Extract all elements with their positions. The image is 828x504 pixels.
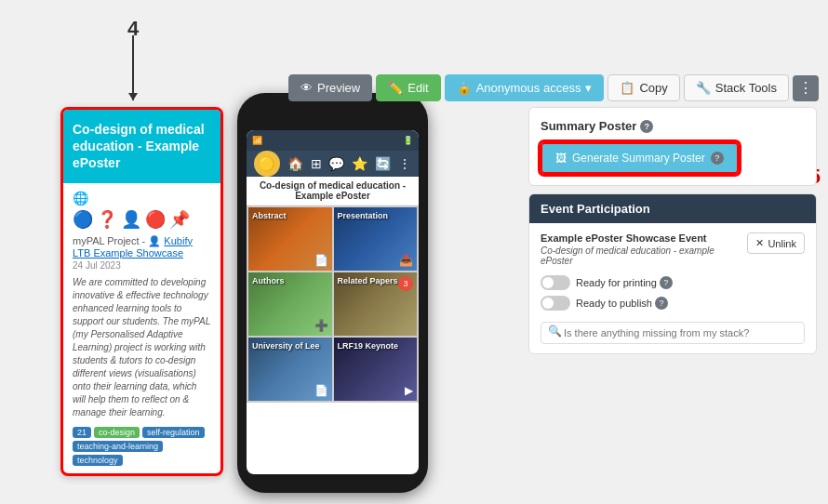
phone-tile-related[interactable]: Related Papers 3 bbox=[334, 272, 418, 336]
preview-button[interactable]: 👁 Preview bbox=[288, 74, 372, 101]
card-icons: 🔵 ❓ 👤 🔴 📌 bbox=[73, 209, 211, 230]
star-icon: ⭐ bbox=[352, 156, 367, 171]
card-description: We are committed to developing innovativ… bbox=[73, 276, 211, 419]
summary-poster-box: Summary Poster ? 🖼 Generate Summary Post… bbox=[528, 107, 817, 186]
event-box-title: Event Participation bbox=[529, 194, 816, 223]
person-icon: 👤 bbox=[148, 235, 161, 246]
globe-icon: 🌐 bbox=[73, 191, 211, 206]
eye-icon: 👁 bbox=[300, 81, 313, 95]
lrf-play-icon: ▶ bbox=[405, 384, 413, 397]
phone-tile-authors[interactable]: Authors ➕ bbox=[248, 272, 332, 336]
unlink-icon: ✕ bbox=[755, 237, 764, 249]
unlink-button[interactable]: ✕ Unlink bbox=[747, 232, 805, 254]
arrow-4 bbox=[132, 35, 134, 100]
card-date: 24 Jul 2023 bbox=[73, 260, 211, 271]
edit-button[interactable]: ✏️ Edit bbox=[376, 74, 440, 101]
edit-icon: ✏️ bbox=[388, 81, 403, 95]
phone-screen: 📶 🔋 🟡 🏠 ⊞ 💬 ⭐ 🔄 ⋮ Co-design of medical e… bbox=[247, 130, 419, 474]
card-title: Co-design of medical education - Example… bbox=[73, 122, 205, 170]
event-participation-box: Event Participation Example ePoster Show… bbox=[528, 193, 817, 354]
phone-eposter-title: Co-design of medical education - Example… bbox=[247, 177, 419, 206]
ready-publish-row: Ready to publish ? bbox=[541, 296, 805, 311]
phone-tile-presentation[interactable]: Presentation 📥 bbox=[334, 207, 418, 271]
image-icon: 🖼 bbox=[555, 152, 567, 165]
ready-printing-label: Ready for printing ? bbox=[576, 276, 673, 289]
lock-icon: 🔒 bbox=[457, 81, 472, 95]
right-panel: Summary Poster ? 🖼 Generate Summary Post… bbox=[528, 107, 817, 354]
card-header: Co-design of medical education - Example… bbox=[63, 110, 220, 183]
wrench-icon: 🔧 bbox=[696, 81, 711, 95]
generate-help-icon[interactable]: ? bbox=[711, 152, 724, 165]
event-name: Example ePoster Showcase Event bbox=[541, 232, 747, 244]
refresh-icon: 🔄 bbox=[375, 156, 391, 171]
generate-summary-button[interactable]: 🖼 Generate Summary Poster ? bbox=[541, 142, 739, 174]
more-options-button[interactable]: ⋮ bbox=[793, 75, 819, 101]
phone-mockup: 📶 🔋 🟡 🏠 ⊞ 💬 ⭐ 🔄 ⋮ Co-design of medical e… bbox=[237, 93, 428, 493]
chat-icon: 💬 bbox=[328, 156, 344, 171]
tag-21[interactable]: 21 bbox=[73, 427, 91, 438]
publish-help-icon[interactable]: ? bbox=[655, 297, 668, 310]
toolbar: 👁 Preview ✏️ Edit 🔒 Anonymous access ▾ 📋… bbox=[288, 74, 819, 101]
event-info: Example ePoster Showcase Event Co-design… bbox=[541, 232, 747, 266]
copy-button[interactable]: 📋 Copy bbox=[608, 74, 679, 101]
printing-help-icon[interactable]: ? bbox=[660, 276, 673, 289]
ready-publish-label: Ready to publish ? bbox=[576, 297, 668, 310]
ready-publish-toggle[interactable] bbox=[541, 296, 570, 311]
phone-status-bar: 📶 🔋 bbox=[247, 130, 419, 151]
abstract-file-icon: 📄 bbox=[314, 254, 328, 267]
tag-selfregulation[interactable]: self-regulation bbox=[142, 427, 205, 438]
event-box-body: Example ePoster Showcase Event Co-design… bbox=[529, 223, 816, 353]
phone-tile-abstract[interactable]: Abstract 📄 bbox=[248, 207, 332, 271]
presentation-download-icon: 📥 bbox=[399, 254, 413, 267]
event-row: Example ePoster Showcase Event Co-design… bbox=[541, 232, 805, 266]
phone-tile-university[interactable]: University of Lee 📄 bbox=[248, 338, 332, 401]
grid-icon: ⊞ bbox=[311, 156, 322, 171]
summary-poster-title: Summary Poster ? bbox=[541, 119, 805, 133]
event-subtitle: Co-design of medical education - example… bbox=[541, 245, 747, 266]
missing-search-input[interactable] bbox=[541, 322, 805, 344]
summary-help-icon[interactable]: ? bbox=[640, 120, 653, 133]
stack-tools-button[interactable]: 🔧 Stack Tools bbox=[684, 74, 789, 101]
tag-teaching[interactable]: teaching-and-learning bbox=[73, 441, 163, 452]
search-icon: 🔍 bbox=[548, 325, 562, 338]
card-tags: 21 co-design self-regulation teaching-an… bbox=[73, 427, 211, 466]
dropdown-icon: ▾ bbox=[585, 81, 592, 95]
ready-printing-toggle[interactable] bbox=[541, 275, 570, 290]
phone-nav-bar: 🟡 🏠 ⊞ 💬 ⭐ 🔄 ⋮ bbox=[247, 151, 419, 177]
phone-tile-grid: Abstract 📄 Presentation 📥 Authors ➕ Rela… bbox=[247, 206, 419, 403]
home-icon: 🏠 bbox=[287, 156, 303, 171]
copy-icon: 📋 bbox=[620, 81, 634, 95]
ready-printing-row: Ready for printing ? bbox=[541, 275, 805, 290]
university-file-icon: 📄 bbox=[314, 384, 328, 397]
dots-icon: ⋮ bbox=[398, 156, 411, 171]
card-body: 🌐 🔵 ❓ 👤 🔴 📌 myPAL Project - 👤 Kubify LTB… bbox=[63, 183, 220, 473]
tag-technology[interactable]: technology bbox=[73, 455, 123, 466]
card-author: myPAL Project - 👤 Kubify LTB Example Sho… bbox=[73, 235, 211, 259]
missing-search-row: 🔍 bbox=[541, 318, 805, 344]
eposter-card: Co-design of medical education - Example… bbox=[60, 107, 223, 476]
phone-tile-lrf[interactable]: LRF19 Keynote ▶ bbox=[334, 338, 418, 401]
tag-codesign[interactable]: co-design bbox=[94, 427, 140, 438]
anonymous-access-button[interactable]: 🔒 Anonymous access ▾ bbox=[445, 74, 605, 101]
authors-add-icon: ➕ bbox=[314, 319, 328, 332]
app-icon: 🟡 bbox=[254, 151, 280, 177]
